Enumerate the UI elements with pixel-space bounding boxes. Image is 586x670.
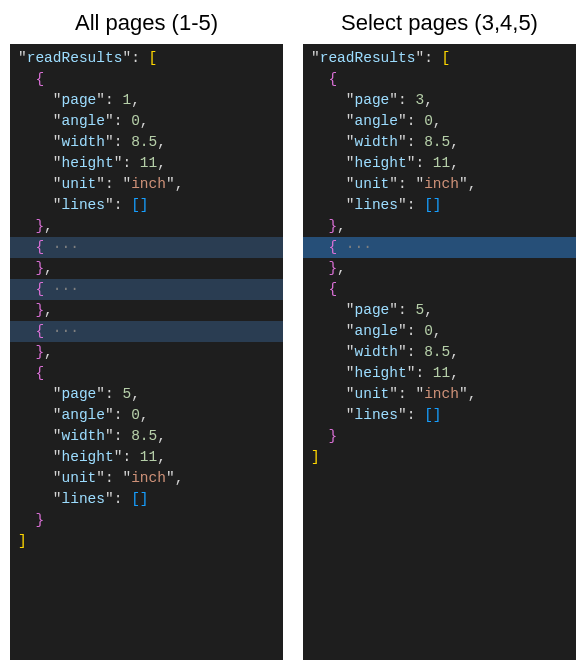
- code-line: "page": 3,: [303, 90, 576, 111]
- code-line: "angle": 0,: [10, 111, 283, 132]
- code-line: {: [10, 69, 283, 90]
- right-heading: Select pages (3,4,5): [303, 10, 576, 36]
- code-line: ]: [10, 531, 283, 552]
- code-line: "width": 8.5,: [303, 342, 576, 363]
- left-column: All pages (1-5) "readResults": [ { "page…: [10, 10, 283, 660]
- code-line: "lines": []: [10, 195, 283, 216]
- code-line: "width": 8.5,: [303, 132, 576, 153]
- code-line: "unit": "inch",: [10, 468, 283, 489]
- code-line: "angle": 0,: [10, 405, 283, 426]
- code-line: "lines": []: [303, 405, 576, 426]
- code-line: "angle": 0,: [303, 321, 576, 342]
- left-heading: All pages (1-5): [10, 10, 283, 36]
- code-line: "lines": []: [303, 195, 576, 216]
- code-line: {: [303, 69, 576, 90]
- code-line: {: [303, 279, 576, 300]
- code-line: "width": 8.5,: [10, 426, 283, 447]
- code-line: {: [10, 363, 283, 384]
- code-line: },: [303, 258, 576, 279]
- code-line: "page": 5,: [303, 300, 576, 321]
- code-line: "height": 11,: [10, 153, 283, 174]
- code-line: "height": 11,: [10, 447, 283, 468]
- code-line: "unit": "inch",: [303, 384, 576, 405]
- folded-region[interactable]: { ···: [10, 279, 283, 300]
- code-line: "width": 8.5,: [10, 132, 283, 153]
- left-code-panel: "readResults": [ { "page": 1, "angle": 0…: [10, 44, 283, 660]
- code-line: },: [303, 216, 576, 237]
- code-line: "angle": 0,: [303, 111, 576, 132]
- code-line: "unit": "inch",: [10, 174, 283, 195]
- code-line: "page": 1,: [10, 90, 283, 111]
- code-line: }: [303, 426, 576, 447]
- right-column: Select pages (3,4,5) "readResults": [ { …: [303, 10, 576, 660]
- code-line: },: [10, 216, 283, 237]
- code-line: },: [10, 342, 283, 363]
- code-line: "unit": "inch",: [303, 174, 576, 195]
- code-line: }: [10, 510, 283, 531]
- code-line: "page": 5,: [10, 384, 283, 405]
- code-line: },: [10, 300, 283, 321]
- folded-region[interactable]: { ···: [303, 237, 576, 258]
- code-line: "readResults": [: [303, 48, 576, 69]
- code-line: "height": 11,: [303, 153, 576, 174]
- folded-region[interactable]: { ···: [10, 237, 283, 258]
- folded-region[interactable]: { ···: [10, 321, 283, 342]
- code-line: ]: [303, 447, 576, 468]
- code-line: "height": 11,: [303, 363, 576, 384]
- code-line: "lines": []: [10, 489, 283, 510]
- code-line: "readResults": [: [10, 48, 283, 69]
- right-code-panel: "readResults": [ { "page": 3, "angle": 0…: [303, 44, 576, 660]
- code-line: },: [10, 258, 283, 279]
